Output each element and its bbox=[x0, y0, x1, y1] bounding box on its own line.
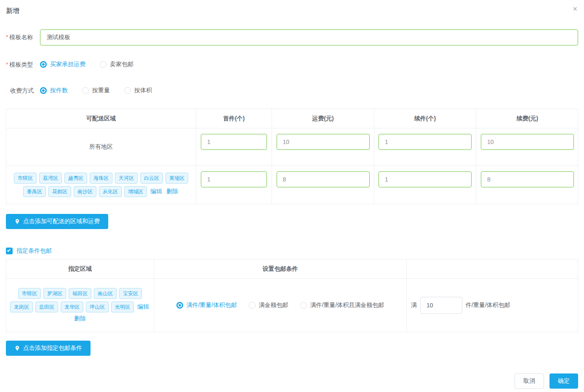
shipping-table: 可配送区域 首件(个) 运费(元) 续件(个) 续费(元) 所有地区 市辖区荔湾… bbox=[6, 109, 578, 204]
free-shipping-condition-option-label: 满件/重量/体积包邮 bbox=[187, 301, 237, 309]
charge-method-label-text: 收费方式 bbox=[10, 87, 34, 94]
threshold-prefix: 满 bbox=[411, 301, 417, 309]
first-fee-input-row1[interactable] bbox=[277, 134, 370, 150]
charge-method-option[interactable]: 按重量 bbox=[82, 87, 110, 94]
region-tag: 光明区 bbox=[111, 301, 134, 312]
edit-link[interactable]: 编辑 bbox=[137, 303, 149, 311]
shipping-table-header: 首件(个) bbox=[196, 109, 272, 128]
table-cell bbox=[272, 166, 374, 204]
radio-selected-icon[interactable] bbox=[40, 87, 47, 94]
table-cell bbox=[476, 128, 579, 166]
cancel-button[interactable]: 取消 bbox=[515, 373, 544, 389]
required-asterisk: * bbox=[6, 34, 8, 40]
radio-unselected-icon[interactable] bbox=[300, 302, 307, 309]
first-qty-input-row1[interactable] bbox=[201, 134, 267, 150]
shipping-region-tags-cell: 市辖区荔湾区越秀区海珠区天河区白云区黄埔区番禺区花都区南沙区从化区增城区编辑删除 bbox=[6, 166, 196, 204]
table-cell bbox=[272, 128, 374, 166]
region-tag: 增城区 bbox=[124, 186, 147, 197]
required-asterisk: * bbox=[6, 61, 8, 68]
template-type-option[interactable]: 买家承担运费 bbox=[40, 61, 85, 68]
location-pin-icon bbox=[14, 345, 20, 351]
shipping-table-header: 可配送区域 bbox=[6, 109, 196, 128]
threshold-value-input[interactable] bbox=[420, 297, 462, 314]
template-name-label: *模板名称 bbox=[6, 34, 40, 41]
region-tag: 白云区 bbox=[140, 173, 163, 184]
template-name-label-text: 模板名称 bbox=[9, 34, 33, 40]
condition-table: 指定区域 设置包邮条件 市辖区罗湖区福田区南山区宝安区龙岗区盐田区龙华区坪山区光… bbox=[6, 259, 578, 332]
threshold-suffix: 件/重量/体积包邮 bbox=[466, 301, 510, 309]
region-tag: 从化区 bbox=[99, 186, 122, 197]
charge-method-option-label: 按件数 bbox=[50, 87, 68, 94]
region-tag: 天河区 bbox=[115, 173, 138, 184]
close-icon[interactable]: × bbox=[573, 5, 577, 13]
radio-unselected-icon[interactable] bbox=[100, 61, 107, 68]
region-tag: 荔湾区 bbox=[39, 173, 62, 184]
conditional-free-shipping-toggle[interactable]: 指定条件包邮 bbox=[6, 247, 578, 255]
radio-selected-icon[interactable] bbox=[176, 302, 183, 309]
additional-fee-input-row1[interactable] bbox=[481, 134, 574, 150]
radio-selected-icon[interactable] bbox=[40, 61, 47, 68]
dialog-footer: 取消 确定 bbox=[515, 373, 578, 389]
charge-method-option[interactable]: 按体积 bbox=[124, 87, 152, 94]
condition-table-header bbox=[407, 259, 579, 279]
free-shipping-condition-option[interactable]: 满金额包邮 bbox=[249, 301, 288, 309]
region-tag: 花都区 bbox=[48, 186, 71, 197]
radio-unselected-icon[interactable] bbox=[249, 302, 256, 309]
delete-link[interactable]: 删除 bbox=[166, 188, 178, 195]
template-type-option-label: 买家承担运费 bbox=[50, 61, 85, 68]
template-type-label-text: 模板类型 bbox=[9, 61, 33, 68]
shipping-row-all-regions: 所有地区 bbox=[6, 128, 196, 166]
table-cell bbox=[196, 166, 272, 204]
template-type-label: *模板类型 bbox=[6, 61, 40, 69]
first-fee-input-row2[interactable] bbox=[277, 171, 370, 187]
template-type-option-label: 卖家包邮 bbox=[110, 61, 133, 68]
add-template-dialog: 新增 × *模板名称 *模板类型 买家承担运费卖家包邮 收费方式 按件数按重量按… bbox=[0, 0, 584, 392]
condition-threshold-cell: 满 件/重量/体积包邮 bbox=[407, 279, 579, 332]
radio-unselected-icon[interactable] bbox=[82, 87, 89, 94]
charge-method-option-label: 按体积 bbox=[134, 87, 152, 94]
charge-method-option-label: 按重量 bbox=[92, 87, 110, 94]
charge-method-label: 收费方式 bbox=[6, 87, 40, 95]
template-type-option[interactable]: 卖家包邮 bbox=[100, 61, 133, 68]
region-tag: 市辖区 bbox=[18, 288, 41, 299]
charge-method-option[interactable]: 按件数 bbox=[40, 87, 68, 94]
add-region-button-label: 点击添加可配送的区域和运费 bbox=[23, 218, 100, 225]
region-tag: 龙岗区 bbox=[10, 301, 33, 312]
dialog-title: 新增 bbox=[6, 6, 578, 16]
region-tag: 越秀区 bbox=[64, 173, 87, 184]
region-tag: 龙华区 bbox=[61, 301, 83, 312]
free-shipping-condition-option[interactable]: 满件/重量/体积包邮 bbox=[176, 301, 237, 309]
add-condition-button[interactable]: 点击添加指定包邮条件 bbox=[6, 341, 91, 356]
shipping-table-header: 续费(元) bbox=[476, 109, 579, 128]
charge-method-row: 收费方式 按件数按重量按体积 bbox=[6, 87, 578, 95]
region-tag: 盐田区 bbox=[35, 301, 58, 312]
checkbox-checked-icon[interactable] bbox=[6, 248, 13, 254]
add-region-button[interactable]: 点击添加可配送的区域和运费 bbox=[6, 214, 108, 229]
charge-method-radio-group: 按件数按重量按体积 bbox=[40, 87, 166, 95]
free-shipping-condition-option-label: 满件/重量/体积且满金额包邮 bbox=[310, 301, 384, 309]
shipping-table-header: 运费(元) bbox=[272, 109, 374, 128]
condition-table-header: 设置包邮条件 bbox=[154, 259, 407, 279]
additional-qty-input-row2[interactable] bbox=[379, 171, 472, 187]
condition-options-cell: 满件/重量/体积包邮满金额包邮满件/重量/体积且满金额包邮 bbox=[154, 279, 407, 332]
check-icon bbox=[7, 248, 11, 252]
radio-unselected-icon[interactable] bbox=[124, 87, 131, 94]
template-name-input[interactable] bbox=[40, 29, 578, 45]
delete-link[interactable]: 删除 bbox=[74, 315, 86, 323]
shipping-table-header: 续件(个) bbox=[374, 109, 476, 128]
additional-fee-input-row2[interactable] bbox=[481, 171, 574, 187]
table-cell bbox=[374, 166, 476, 204]
free-shipping-condition-option[interactable]: 满件/重量/体积且满金额包邮 bbox=[300, 301, 384, 309]
edit-link[interactable]: 编辑 bbox=[150, 188, 162, 195]
region-tag: 黄埔区 bbox=[165, 173, 188, 184]
first-qty-input-row2[interactable] bbox=[201, 171, 267, 187]
region-tag: 市辖区 bbox=[14, 173, 37, 184]
table-cell bbox=[374, 128, 476, 166]
conditional-free-shipping-label: 指定条件包邮 bbox=[16, 247, 52, 255]
region-tag: 罗湖区 bbox=[43, 288, 66, 299]
table-cell bbox=[196, 128, 272, 166]
free-shipping-condition-option-label: 满金额包邮 bbox=[259, 301, 288, 309]
additional-qty-input-row1[interactable] bbox=[379, 134, 472, 150]
region-tag: 番禺区 bbox=[23, 186, 46, 197]
confirm-button[interactable]: 确定 bbox=[549, 373, 578, 389]
